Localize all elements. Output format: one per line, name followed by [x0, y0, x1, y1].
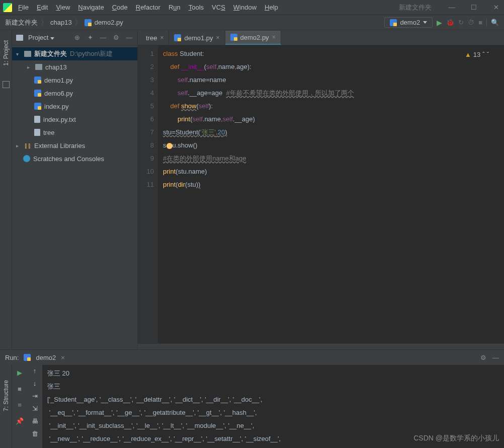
expand-icon[interactable]: ✦ — [86, 34, 94, 41]
tree-root-name: 新建文件夹 — [34, 49, 67, 58]
python-file-icon — [34, 103, 41, 110]
run-label: Run: — [5, 354, 19, 361]
profile-button[interactable]: ⏱ — [468, 19, 474, 26]
collapse-icon[interactable]: — — [99, 34, 107, 41]
tree-item-label: demo1.py — [44, 77, 73, 84]
sidebar-title[interactable]: Project — [28, 34, 68, 41]
search-button[interactable]: 🔍 — [486, 19, 499, 26]
menu-help[interactable]: Help — [265, 4, 278, 11]
tree-item-file[interactable]: demo1.py — [12, 73, 137, 87]
editor-area: tree × demo1.py × demo2.py × 12345678910… — [138, 30, 504, 349]
delete-button[interactable]: 🗑 — [32, 430, 38, 437]
hide-icon[interactable]: — — [125, 34, 133, 41]
tree-item-file[interactable]: tree — [12, 126, 137, 139]
crumb-folder[interactable]: chap13 — [50, 19, 72, 26]
minimize-button[interactable]: — — [447, 4, 457, 11]
maximize-button[interactable]: ☐ — [469, 4, 479, 11]
project-tool-tab[interactable]: 1: Project — [3, 40, 10, 66]
code-editor[interactable]: 1234567891011 class Student: def __init_… — [138, 45, 504, 343]
python-file-icon — [230, 34, 237, 41]
run-tab-name[interactable]: demo2 — [36, 354, 56, 361]
debug-button[interactable]: 🐞 — [446, 19, 454, 26]
settings-icon[interactable]: ⚙ — [112, 34, 120, 41]
softwrap-button[interactable]: ⇥ — [32, 392, 38, 400]
menu-tools[interactable]: Tools — [189, 4, 204, 11]
warning-icon: ▲ — [465, 48, 471, 61]
menu-file[interactable]: File — [18, 4, 29, 11]
tree-root-path: D:\python\新建 — [70, 49, 113, 58]
locate-icon[interactable]: ⊕ — [73, 34, 81, 41]
tree-item-file[interactable]: index.py.txt — [12, 113, 137, 126]
pin-button[interactable]: 📌 — [14, 415, 25, 426]
menu-run[interactable]: Run — [169, 4, 181, 11]
h-scrollbar[interactable] — [138, 343, 504, 349]
close-icon[interactable]: × — [216, 34, 220, 41]
menu-refactor[interactable]: Refactor — [136, 4, 160, 11]
stop-button[interactable]: ■ — [14, 383, 25, 394]
menu-code[interactable]: Code — [112, 4, 128, 11]
tree-scratches[interactable]: Scratches and Consoles — [12, 152, 137, 165]
menu-view[interactable]: View — [56, 4, 70, 11]
menu-vcs[interactable]: VCS — [212, 4, 225, 11]
tree-item-label: tree — [43, 129, 54, 136]
run-panel: Run: demo2 × ⚙ — 7: Structure ▶ ■ ≡ 📌 ↑ … — [0, 349, 504, 448]
tree-external-libs[interactable]: ▸ ⫿⫿ External Libraries — [12, 139, 137, 152]
menu-navigate[interactable]: Navigate — [78, 4, 104, 11]
python-file-icon — [85, 19, 92, 26]
settings-icon[interactable]: ⚙ — [480, 354, 486, 361]
run-panel-header: Run: demo2 × ⚙ — — [0, 350, 504, 365]
chevron-down-icon: ▾ — [16, 51, 21, 57]
editor-tab[interactable]: tree × — [138, 31, 169, 45]
main-area: 1: Project Project ⊕ ✦ — ⚙ — ▾ 新建文件夹 D:\… — [0, 30, 504, 349]
menu-window[interactable]: Window — [233, 4, 257, 11]
intention-bulb-icon[interactable] — [166, 143, 173, 149]
scroll-button[interactable]: ⇲ — [32, 405, 38, 412]
run-config-selector[interactable]: demo2 — [384, 17, 433, 28]
tree-item-file[interactable]: demo6.py — [12, 87, 137, 100]
editor-tab[interactable]: demo1.py × — [169, 31, 225, 45]
close-icon[interactable]: × — [272, 34, 276, 41]
left-tool-gutter-bottom: 7: Structure — [0, 365, 12, 448]
print-button[interactable]: 🖶 — [32, 417, 38, 425]
text-file-icon — [34, 129, 40, 136]
window-title: 新建文件夹 — [399, 3, 432, 12]
app-icon — [3, 3, 12, 12]
console-output[interactable]: 张三 20张三['_Student__age', '__class__', '_… — [42, 365, 504, 448]
nav-bar: 新建文件夹 〉 chap13 〉 demo2.py demo2 ▶ 🐞 ↻ ⏱ … — [0, 15, 504, 30]
line-gutter: 1234567891011 — [138, 45, 158, 343]
crumb-root[interactable]: 新建文件夹 — [5, 18, 38, 27]
tab-label: demo1.py — [184, 34, 213, 42]
scratches-icon — [23, 155, 30, 162]
tree-root[interactable]: ▾ 新建文件夹 D:\python\新建 — [12, 47, 137, 60]
tree-item-folder[interactable]: ▸ chap13 — [12, 60, 137, 73]
tree-item-label: demo6.py — [44, 90, 73, 97]
rerun-button[interactable]: ▶ — [14, 367, 25, 378]
editor-tab-active[interactable]: demo2.py × — [225, 31, 281, 45]
run-button[interactable]: ▶ — [437, 19, 442, 27]
crumb-file[interactable]: demo2.py — [95, 19, 123, 26]
close-button[interactable]: ✕ — [491, 4, 501, 11]
up-button[interactable]: ↑ — [33, 367, 37, 375]
inspection-badge[interactable]: ▲13 ˆ ˇ — [465, 48, 489, 61]
python-file-icon — [24, 354, 31, 361]
structure-tool-tab[interactable]: 7: Structure — [3, 380, 10, 411]
breadcrumb: 新建文件夹 〉 chap13 〉 demo2.py — [5, 18, 123, 27]
close-icon[interactable]: × — [61, 354, 65, 361]
window-controls: — ☐ ✕ — [447, 4, 501, 11]
run-config-area: demo2 ▶ 🐞 ↻ ⏱ ■ 🔍 — [384, 17, 499, 28]
code-body[interactable]: class Student: def __init__(self,name,ag… — [158, 45, 504, 343]
folder-icon — [16, 35, 23, 41]
down-button[interactable]: ↓ — [33, 380, 37, 387]
library-icon: ⫿⫿ — [24, 141, 31, 150]
tree-item-file[interactable]: index.py — [12, 100, 137, 113]
layout-button[interactable]: ≡ — [14, 399, 25, 410]
stop-button[interactable]: ■ — [478, 19, 482, 26]
tree-item-label: index.py — [44, 103, 68, 110]
menu-edit[interactable]: Edit — [37, 4, 48, 11]
chevron-right-icon: ▸ — [27, 64, 32, 70]
coverage-button[interactable]: ↻ — [458, 19, 464, 26]
tree-item-label: index.py.txt — [43, 116, 76, 123]
bookmarks-tool-icon[interactable] — [3, 81, 10, 88]
close-icon[interactable]: × — [160, 34, 163, 41]
hide-icon[interactable]: — — [492, 354, 499, 361]
